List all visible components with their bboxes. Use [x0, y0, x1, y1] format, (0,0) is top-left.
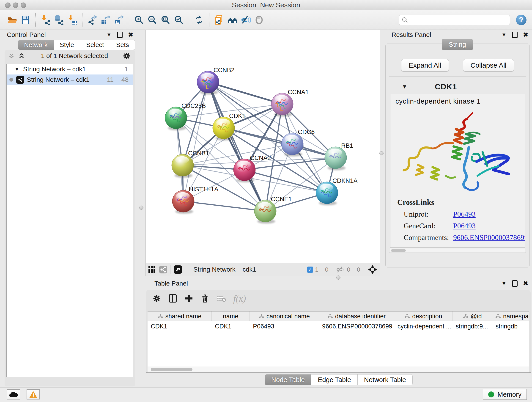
node-CDC25B[interactable]: CDC25B	[165, 102, 206, 130]
node-RB1[interactable]: RB1	[325, 142, 353, 170]
column-header--id[interactable]: @id	[452, 312, 492, 321]
column-header-database-identifier[interactable]: database identifier	[319, 312, 394, 321]
edge-CCNB2-HIST1H1A[interactable]	[183, 82, 208, 201]
collapse-all-icon[interactable]	[9, 52, 17, 59]
tab-sets[interactable]: Sets	[110, 40, 135, 50]
birdseye-view-icon[interactable]	[173, 265, 182, 274]
table-hscrollbar-thumb[interactable]	[151, 368, 192, 371]
edge-HIST1H1A-CCNE1[interactable]	[183, 201, 265, 211]
panel-close-icon[interactable]: ✖	[523, 32, 528, 38]
edge-CDK1-RB1[interactable]	[224, 128, 336, 158]
tab-select[interactable]: Select	[80, 40, 110, 50]
network-graph[interactable]: CCNB2CCNA1CDC25BCDK1CDC6RB1CCNB1CCNA2CDK…	[146, 30, 380, 263]
grid-mode-icon[interactable]	[148, 265, 156, 274]
copy-style-icon	[214, 15, 225, 25]
import-database-button[interactable]	[52, 13, 65, 27]
home-network-button[interactable]	[226, 13, 239, 27]
table-cell[interactable]: CDK1	[147, 321, 212, 332]
network-options-gear-icon[interactable]	[122, 51, 131, 60]
table-cell[interactable]: cyclin-dependent ...	[394, 321, 452, 332]
results-scrollbar[interactable]	[390, 249, 525, 253]
save-session-button[interactable]	[19, 13, 32, 27]
edge-CCNB2-CCNA1[interactable]	[208, 82, 282, 104]
crosslink-link[interactable]: P06493	[453, 222, 476, 230]
table-cell[interactable]: P06493	[250, 321, 319, 332]
panel-close-icon[interactable]: ✖	[128, 32, 133, 38]
panel-menu-icon[interactable]: ▼	[501, 32, 507, 38]
network-collection-row[interactable]: ▼ String Network – cdk1 1	[7, 64, 133, 75]
tab-network[interactable]: Network	[18, 40, 54, 50]
table-hscrollbar[interactable]	[147, 366, 529, 372]
node-HIST1H1A[interactable]: HIST1H1A	[172, 186, 218, 214]
selected-checkbox-icon[interactable]: ✓	[307, 267, 313, 273]
left-splitter-handle[interactable]	[139, 206, 143, 210]
network-view-canvas[interactable]: CCNB2CCNA1CDC25BCDK1CDC6RB1CCNB1CCNA2CDK…	[145, 30, 380, 263]
node-CCNB1[interactable]: CCNB1	[172, 150, 209, 178]
open-file-button[interactable]	[6, 13, 19, 27]
column-header-description[interactable]: description	[394, 312, 452, 321]
network-item-row[interactable]: String Network – cdk1 11 48	[7, 75, 133, 85]
table-cell[interactable]: 9606.ENSP00000378699	[319, 321, 394, 332]
zoom-out-button[interactable]	[146, 13, 159, 27]
search-box[interactable]	[399, 15, 510, 25]
show-all-button[interactable]	[253, 13, 266, 27]
tab-edge-table[interactable]: Edge Table	[311, 374, 358, 385]
collapse-all-button[interactable]: Collapse All	[463, 59, 514, 71]
hide-selected-button[interactable]	[239, 13, 253, 27]
view-mode-share-icon[interactable]	[159, 265, 167, 274]
zoom-selected-button[interactable]	[172, 13, 186, 27]
table-cell[interactable]: CDK1	[212, 321, 250, 332]
expand-all-button[interactable]: Expand All	[401, 59, 449, 71]
delete-table-icon[interactable]	[216, 294, 226, 303]
tab-string[interactable]: String	[442, 39, 473, 50]
table-options-gear-icon[interactable]	[152, 294, 161, 303]
export-network-button[interactable]	[86, 13, 99, 27]
search-input[interactable]	[410, 16, 507, 24]
column-header-namespace[interactable]: namespace	[492, 312, 529, 321]
add-column-icon[interactable]	[184, 294, 193, 303]
cdk1-section-header[interactable]: ▼ CDK1	[389, 80, 526, 93]
export-image-button[interactable]	[112, 13, 126, 27]
column-header-name[interactable]: name	[212, 312, 250, 321]
collection-expander-icon[interactable]: ▼	[14, 66, 19, 72]
table-cell[interactable]: stringdb:9...	[452, 321, 492, 332]
crosslink-link[interactable]: 9606.ENSP00000378699	[453, 245, 525, 248]
memory-button[interactable]: Memory	[483, 389, 527, 400]
panel-menu-icon[interactable]: ▼	[501, 281, 507, 287]
node-CDK1[interactable]: CDK1	[213, 113, 246, 140]
zoom-fit-button[interactable]	[159, 13, 172, 27]
panel-close-icon[interactable]: ✖	[523, 280, 528, 287]
tab-style[interactable]: Style	[54, 40, 80, 50]
panel-float-icon[interactable]	[512, 32, 518, 38]
node-CCNB2[interactable]: CCNB2	[197, 67, 234, 95]
table-row[interactable]: CDK1CDK1P064939606.ENSP00000378699cyclin…	[147, 321, 529, 332]
hidden-eye-icon[interactable]	[336, 266, 345, 273]
tab-node-table[interactable]: Node Table	[265, 374, 311, 385]
copy-style-button[interactable]	[213, 13, 226, 27]
pan-crosshair-icon[interactable]	[368, 265, 377, 274]
column-header-canonical-name[interactable]: canonical name	[250, 312, 319, 321]
show-columns-icon[interactable]	[168, 294, 177, 303]
import-table-button[interactable]	[65, 13, 79, 27]
table-cell[interactable]: stringdb	[492, 321, 529, 332]
panel-menu-icon[interactable]: ▼	[107, 32, 112, 38]
delete-column-icon[interactable]	[200, 294, 209, 303]
apply-function-icon[interactable]: f(x)	[233, 293, 246, 304]
export-table-button[interactable]	[99, 13, 112, 27]
cloud-status-button[interactable]	[7, 389, 20, 400]
warnings-button[interactable]	[27, 389, 40, 400]
panel-float-icon[interactable]	[512, 280, 518, 287]
refresh-button[interactable]	[192, 13, 206, 27]
crosslink-link[interactable]: 9606.ENSP00000378699	[453, 233, 525, 242]
help-button[interactable]: ?	[516, 15, 526, 25]
tab-network-table[interactable]: Network Table	[358, 374, 413, 385]
crosslink-link[interactable]: P06493	[453, 210, 476, 218]
section-expander-icon[interactable]: ▼	[402, 83, 407, 90]
panel-float-icon[interactable]	[117, 32, 123, 38]
expand-all-icon[interactable]	[19, 52, 27, 59]
zoom-in-button[interactable]	[133, 13, 146, 27]
column-header-shared-name[interactable]: shared name	[147, 312, 212, 321]
results-scrollbar-thumb[interactable]	[391, 249, 406, 252]
import-network-button[interactable]	[39, 13, 52, 27]
node-CDKN1A[interactable]: CDKN1A	[316, 177, 358, 205]
